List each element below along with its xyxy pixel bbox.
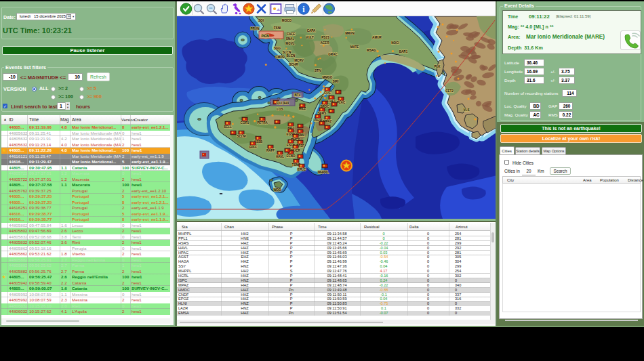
svg-text:SIRI: SIRI (333, 80, 339, 83)
svg-text:NOCI: NOCI (391, 41, 399, 45)
svg-text:CHE1: CHE1 (327, 100, 336, 103)
svg-text:VULT: VULT (306, 36, 314, 39)
svg-text:MSAG: MSAG (367, 49, 376, 52)
svg-text:GRAC: GRAC (328, 53, 338, 56)
svg-text:SNAL: SNAL (286, 37, 295, 41)
svg-text:EPLC: EPLC (298, 168, 306, 171)
svg-text:HAVL: HAVL (276, 155, 284, 158)
svg-text:BTL: BTL (295, 93, 301, 97)
svg-text:PLK: PLK (434, 65, 441, 68)
svg-text:BAR1: BAR1 (399, 50, 408, 54)
svg-text:CAPA: CAPA (307, 29, 316, 33)
svg-text:PETRA: PETRA (257, 121, 268, 125)
svg-text:PLAC: PLAC (337, 101, 346, 104)
svg-text:SPOC: SPOC (320, 105, 329, 108)
svg-text:MGVL: MGVL (285, 42, 294, 45)
svg-text:CMPR: CMPR (275, 56, 285, 59)
svg-text:VLS: VLS (464, 108, 470, 112)
svg-text:MHPPL: MHPPL (318, 171, 329, 174)
svg-text:CET2: CET2 (445, 89, 454, 93)
svg-text:SCLL: SCLL (224, 125, 232, 129)
svg-text:GPFF: GPFF (249, 146, 257, 149)
svg-text:ECBD: ECBD (286, 154, 296, 158)
svg-text:AMUR: AMUR (372, 36, 382, 39)
svg-text:SCHR: SCHR (289, 63, 298, 66)
svg-text:LOS: LOS (277, 108, 283, 111)
svg-text:SCLM: SCLM (237, 135, 245, 138)
svg-text:LAZR: LAZR (314, 119, 323, 122)
svg-text:STIV: STIV (315, 69, 322, 72)
svg-text:SGG: SGG (274, 47, 281, 50)
svg-text:MATE: MATE (350, 45, 359, 49)
svg-text:SLCN: SLCN (283, 51, 291, 54)
svg-text:MRVN: MRVN (345, 32, 355, 35)
svg-text:PSZ1: PSZ1 (321, 36, 329, 39)
svg-text:COR1: COR1 (241, 121, 249, 125)
svg-text:CAFE: CAFE (287, 33, 296, 36)
svg-text:CUC: CUC (324, 91, 331, 95)
svg-text:SOI: SOI (258, 19, 264, 22)
svg-text:MCRV: MCRV (294, 59, 304, 62)
svg-text:FSNI: FSNI (274, 26, 281, 30)
svg-text:PRUN: PRUN (250, 27, 260, 30)
svg-text:WDD: WDD (274, 188, 282, 192)
svg-text:SERS: SERS (318, 112, 327, 115)
svg-text:FILI 4H4: FILI 4H4 (277, 102, 289, 105)
svg-text:BLCN: BLCN (287, 54, 296, 58)
svg-text:MOCO: MOCO (282, 19, 292, 22)
svg-text:PIGN: PIGN (261, 35, 269, 38)
svg-text:RAFF: RAFF (266, 149, 275, 152)
svg-text:ACER: ACER (320, 41, 329, 45)
svg-text:MMGO: MMGO (323, 76, 333, 79)
